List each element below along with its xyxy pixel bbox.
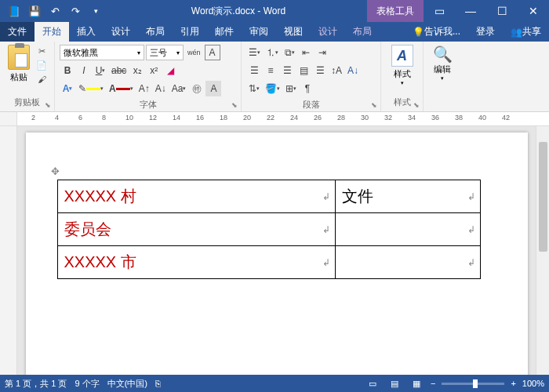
ruler-horizontal[interactable]: 24681012141618202224262830323436384042 <box>17 112 549 126</box>
maximize-button[interactable]: ☐ <box>486 0 518 22</box>
share-button[interactable]: 👥 共享 <box>503 22 549 42</box>
superscript-button[interactable]: x² <box>146 63 162 78</box>
show-marks-button[interactable]: ¶ <box>300 81 315 96</box>
zoom-slider[interactable] <box>442 383 504 385</box>
underline-button[interactable]: U▾ <box>93 63 108 78</box>
sort-button[interactable]: A↓ <box>345 63 361 78</box>
justify-button[interactable]: ▤ <box>296 63 311 78</box>
align-center-button[interactable]: ≡ <box>263 63 278 78</box>
scroll-thumb[interactable] <box>539 142 547 252</box>
italic-button[interactable]: I <box>76 63 92 78</box>
tab-references[interactable]: 引用 <box>173 22 207 42</box>
font-color-button[interactable]: A▾ <box>107 81 136 96</box>
tab-design[interactable]: 设计 <box>104 22 138 42</box>
cut-button[interactable]: ✂ <box>34 45 49 57</box>
ribbon-options-button[interactable]: ▭ <box>424 0 455 22</box>
clipboard-launcher[interactable]: ⬊ <box>43 100 53 110</box>
strikethrough-button[interactable]: abc <box>109 63 129 78</box>
status-page[interactable]: 第 1 页，共 1 页 <box>5 378 67 390</box>
format-painter-button[interactable]: 🖌 <box>34 73 49 85</box>
view-read-button[interactable]: ▭ <box>365 377 380 390</box>
save-button[interactable]: 💾 <box>25 2 44 20</box>
tab-review[interactable]: 审阅 <box>242 22 276 42</box>
increase-indent-button[interactable]: ⇥ <box>314 45 330 60</box>
undo-button[interactable]: ↶ <box>45 2 64 20</box>
bold-button[interactable]: B <box>60 63 75 78</box>
document-scroll-area[interactable]: ✥ XXXXX 村↲ 文件↲ 委员会↲ ↲ XXXXX 市↲ ↲ <box>17 126 536 392</box>
tab-table-layout[interactable]: 布局 <box>345 22 380 42</box>
numbering-button[interactable]: ⒈▾ <box>264 45 281 60</box>
document-table[interactable]: XXXXX 村↲ 文件↲ 委员会↲ ↲ XXXXX 市↲ ↲ <box>57 180 481 279</box>
copy-button[interactable]: 📄 <box>34 59 49 71</box>
char-shading-button[interactable]: A <box>205 81 221 96</box>
borders-button[interactable]: ⊞▾ <box>283 81 299 96</box>
font-name-combo[interactable]: 微软雅黑 ▾ <box>60 45 144 60</box>
redo-button[interactable]: ↷ <box>66 2 85 20</box>
clear-format-button[interactable]: ◢ <box>162 63 178 78</box>
decrease-indent-button[interactable]: ⇤ <box>298 45 314 60</box>
tab-file[interactable]: 文件 <box>0 22 35 42</box>
zoom-level[interactable]: 100% <box>522 379 544 388</box>
ruler-mark: 12 <box>149 114 157 122</box>
highlight-button[interactable]: ✎▾ <box>76 81 106 96</box>
shading-button[interactable]: 🪣▾ <box>263 81 282 96</box>
qat-more-button[interactable]: ▾ <box>86 2 105 20</box>
scrollbar-vertical[interactable] <box>536 126 549 392</box>
tell-me-button[interactable]: 💡 告诉我... <box>405 22 468 42</box>
font-launcher[interactable]: ⬊ <box>230 100 239 110</box>
ruler-mark: 20 <box>243 114 251 122</box>
table-cell[interactable]: 文件↲ <box>335 180 480 213</box>
table-cell[interactable]: 委员会↲ <box>57 213 335 246</box>
grow-font-button[interactable]: A↑ <box>136 81 152 96</box>
table-anchor-icon[interactable]: ✥ <box>51 165 60 177</box>
table-row: XXXXX 市↲ ↲ <box>57 246 480 279</box>
tab-insert[interactable]: 插入 <box>69 22 104 42</box>
subscript-button[interactable]: x₂ <box>129 63 145 78</box>
tab-view[interactable]: 视图 <box>276 22 311 42</box>
tab-mailings[interactable]: 邮件 <box>207 22 242 42</box>
login-button[interactable]: 登录 <box>468 22 503 42</box>
text-direction-button[interactable]: ↕A <box>329 63 344 78</box>
ruler-vertical[interactable] <box>0 126 17 392</box>
cell-mark-icon: ↲ <box>467 257 475 268</box>
align-right-button[interactable]: ☰ <box>279 63 295 78</box>
text-effects-button[interactable]: A▾ <box>60 81 75 96</box>
line-spacing-button[interactable]: ⇅▾ <box>246 81 262 96</box>
table-cell[interactable]: XXXXX 市↲ <box>57 246 335 279</box>
distribute-button[interactable]: ☰ <box>312 63 328 78</box>
enclose-char-button[interactable]: ㊕ <box>189 81 205 96</box>
cell-mark-icon: ↲ <box>322 224 330 235</box>
char-border-button[interactable]: A <box>205 45 220 60</box>
table-cell[interactable]: XXXXX 村↲ <box>57 180 335 213</box>
editing-button[interactable]: 🔍 编辑 ▾ <box>428 45 456 82</box>
font-size-combo[interactable]: 三号 ▾ <box>146 45 184 60</box>
tab-home[interactable]: 开始 <box>35 22 69 42</box>
phonetic-guide-button[interactable]: wén <box>185 45 203 60</box>
status-words[interactable]: 9 个字 <box>75 378 99 390</box>
styles-launcher[interactable]: ⬊ <box>412 100 421 110</box>
tab-layout[interactable]: 布局 <box>138 22 173 42</box>
paste-icon[interactable] <box>8 45 30 70</box>
zoom-in-button[interactable]: + <box>511 379 515 388</box>
align-left-button[interactable]: ☰ <box>246 63 262 78</box>
styles-button[interactable]: A 样式 ▾ <box>386 45 418 86</box>
shrink-font-button[interactable]: A↓ <box>153 81 169 96</box>
cell-mark-icon: ↲ <box>322 191 330 202</box>
close-button[interactable]: ✕ <box>518 0 549 22</box>
change-case-button[interactable]: Aa▾ <box>169 81 189 96</box>
paste-button[interactable]: 粘贴 <box>10 71 27 83</box>
view-print-button[interactable]: ▤ <box>387 377 402 390</box>
view-web-button[interactable]: ▦ <box>409 377 424 390</box>
status-insert-icon[interactable]: ⎘ <box>155 379 161 388</box>
paragraph-launcher[interactable]: ⬊ <box>369 100 379 110</box>
table-cell[interactable]: ↲ <box>335 246 480 279</box>
cell-text: 文件 <box>342 187 373 205</box>
status-lang[interactable]: 中文(中国) <box>107 378 147 390</box>
bullets-button[interactable]: ☰▾ <box>246 45 263 60</box>
ruler-mark: 16 <box>196 114 204 122</box>
table-cell[interactable]: ↲ <box>335 213 480 246</box>
tab-table-design[interactable]: 设计 <box>311 22 345 42</box>
multilevel-button[interactable]: ⧉▾ <box>282 45 297 60</box>
minimize-button[interactable]: — <box>455 0 486 22</box>
zoom-out-button[interactable]: − <box>431 379 435 388</box>
